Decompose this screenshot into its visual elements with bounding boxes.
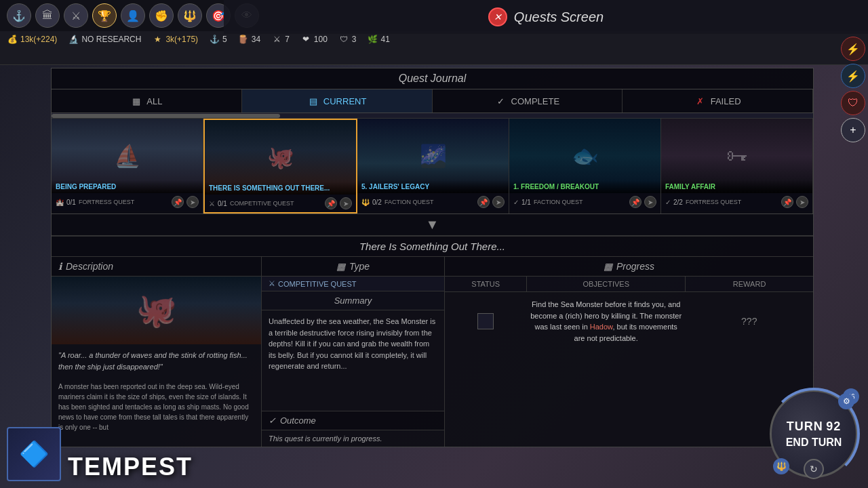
tab-all[interactable]: ▦ ALL <box>52 89 242 113</box>
card3-type-label: FACTION QUEST <box>384 199 434 205</box>
tab-current[interactable]: ▤ CURRENT <box>242 89 433 113</box>
card2-progress: 0/1 <box>218 200 227 207</box>
outcome-label: Outcome <box>280 415 316 426</box>
card1-pin-btn[interactable]: 📌 <box>172 196 184 208</box>
sidebar-btn-1[interactable]: ⚡ <box>841 37 865 61</box>
stars-value: 3k(+175) <box>165 35 198 44</box>
summary-header: Summary <box>262 291 444 310</box>
quest-card-being-prepared[interactable]: ⛵ BEING PREPARED 🏰 0/1 FORTRESS QUEST 📌 … <box>52 119 203 214</box>
wood-icon: 🪵 <box>238 34 249 45</box>
card1-type-label: FORTRESS QUEST <box>79 199 134 205</box>
summary-text: Unaffected by the sea weather, the Sea M… <box>262 310 444 411</box>
icon-sword[interactable]: ⚔ <box>64 3 88 28</box>
sidebar-btn-2[interactable]: ⚡ <box>841 64 865 88</box>
res6-value: 41 <box>381 35 390 44</box>
card2-pin-btn[interactable]: 📌 <box>325 197 337 209</box>
card2-type-icon: ⚔ <box>209 200 215 207</box>
type-col-icon: ▦ <box>336 261 345 272</box>
type-label: COMPETITIVE QUEST <box>278 280 357 288</box>
quest-card-img-1: ⛵ BEING PREPARED <box>52 119 203 193</box>
research-resource: 🔬 NO RESEARCH <box>68 34 141 45</box>
res4: ❤ 100 <box>300 34 328 45</box>
turn-label-text: TURN <box>787 420 823 433</box>
type-header-label: Type <box>349 261 370 272</box>
turn-panel: 26 ⚙ TURN 92 End Turn 🔱 ↻ <box>760 380 868 488</box>
close-button[interactable]: ✕ <box>488 7 507 26</box>
end-turn-button[interactable]: End Turn <box>786 436 842 449</box>
card5-footer: ✓ 2/2 FORTRESS QUEST 📌 ➤ <box>661 193 812 211</box>
turn-label: TURN 92 <box>787 420 842 434</box>
quest-cards-row: ⛵ BEING PREPARED 🏰 0/1 FORTRESS QUEST 📌 … <box>52 119 813 214</box>
description-quote: "A roar... a thunder of waves and the st… <box>52 344 261 378</box>
tab-current-icon: ▤ <box>307 95 319 107</box>
card3-pin-btn[interactable]: 📌 <box>477 196 490 208</box>
scroll-bar[interactable] <box>52 113 813 119</box>
screen-title: Quests Screen <box>514 9 604 25</box>
card4-type-label: FACTION QUEST <box>534 199 583 205</box>
anchor-small-icon: ⚓ <box>209 34 220 45</box>
heart-icon: ❤ <box>300 34 311 45</box>
quest-panel: Quest Journal ▦ ALL ▤ CURRENT ✓ COMPLETE… <box>51 68 814 447</box>
res6: 🌿 41 <box>368 34 390 45</box>
stars-resource: ★ 3k(+175) <box>152 34 198 45</box>
detail-image: 🐙 <box>52 277 261 344</box>
quest-card-img-2: 🐙 THERE IS SOMETHING OUT THERE... <box>205 120 356 195</box>
quest-card-family[interactable]: 🗝 FAMILY AFFAIR ✓ 2/2 FORTRESS QUEST 📌 ➤ <box>661 119 813 214</box>
icon-trident[interactable]: 🔱 <box>178 3 202 28</box>
progress-reward-1: ??? <box>688 316 810 327</box>
card5-nav-btn[interactable]: ➤ <box>796 196 808 208</box>
tab-failed[interactable]: ✗ FAILED <box>623 89 813 113</box>
quest-card-img-3: 🌌 5. JAILERS' LEGACY <box>357 119 509 193</box>
card5-progress: 2/2 <box>673 199 683 206</box>
card1-footer: 🏰 0/1 FORTRESS QUEST 📌 ➤ <box>52 193 203 211</box>
gold-icon: 💰 <box>7 34 18 45</box>
card2-title: THERE IS SOMETHING OUT THERE... <box>205 182 356 195</box>
faction-panel: 🔷 TEMPEST <box>7 427 193 481</box>
card1-nav-btn[interactable]: ➤ <box>186 196 199 208</box>
quest-detail-wrapper: There Is Something Out There... ℹ Descri… <box>52 236 813 447</box>
quest-card-freedom[interactable]: 🐟 1. FREEDOM / BREAKOUT ✓ 1/1 FACTION QU… <box>509 119 661 214</box>
card3-title: 5. JAILERS' LEGACY <box>357 180 509 193</box>
highlight-location: Hadow <box>590 323 613 331</box>
outcome-header: ✓ Outcome <box>262 411 444 430</box>
reward-col-header: REWARD <box>686 277 813 291</box>
tab-complete[interactable]: ✓ COMPLETE <box>433 89 623 113</box>
card2-nav-btn[interactable]: ➤ <box>340 197 352 209</box>
icon-fist[interactable]: ✊ <box>149 3 174 28</box>
icon-anchor[interactable]: ⚓ <box>7 3 31 28</box>
selection-arrow: ▼ <box>52 214 813 236</box>
turn-refresh-button[interactable]: ↻ <box>804 459 824 479</box>
top-bar: ⚓ 🏛 ⚔ 🏆 👤 ✊ 🔱 🎯 👁 ✕ Quests Screen 💰 13k(… <box>0 0 868 65</box>
quest-detail-title: There Is Something Out There... <box>52 237 813 257</box>
top-icons: ⚓ 🏛 ⚔ 🏆 👤 ✊ 🔱 🎯 👁 ✕ Quests Screen <box>0 0 868 31</box>
quest-card-something[interactable]: 🐙 THERE IS SOMETHING OUT THERE... ⚔ 0/1 … <box>203 119 357 214</box>
leaf-icon: 🌿 <box>368 34 378 45</box>
progress-table-header: STATUS OBJECTIVES REWARD <box>445 277 813 292</box>
quest-journal-title: Quest Journal <box>52 68 813 89</box>
card4-pin-btn[interactable]: 📌 <box>629 196 642 208</box>
icon-city[interactable]: 🏛 <box>35 3 60 28</box>
outcome-text: This quest is currently in progress. <box>262 430 444 447</box>
card3-actions: 📌 ➤ <box>477 196 505 208</box>
quest-card-jailers[interactable]: 🌌 5. JAILERS' LEGACY 🔱 0/2 FACTION QUEST… <box>357 119 509 214</box>
card2-type-label: COMPETITIVE QUEST <box>230 200 294 207</box>
detail-type-panel: ▦ Type ⚔ COMPETITIVE QUEST Summary Unaff… <box>262 257 445 447</box>
res2-value: 34 <box>252 35 260 44</box>
res4-value: 100 <box>314 35 328 44</box>
card3-nav-btn[interactable]: ➤ <box>492 196 505 208</box>
quest-detail: ℹ Description 🐙 "A roar... a thunder of … <box>52 257 813 447</box>
tab-all-icon: ▦ <box>130 95 142 107</box>
turn-icon-top: ⚙ <box>838 393 854 409</box>
tab-complete-icon: ✓ <box>495 95 507 107</box>
faction-logo: 🔷 <box>7 427 61 481</box>
card1-type-icon: 🏰 <box>56 199 64 206</box>
shield-small-icon: 🛡 <box>338 34 349 45</box>
faction-logo-icon: 🔷 <box>19 440 50 468</box>
card5-pin-btn[interactable]: 📌 <box>781 196 793 208</box>
card4-nav-btn[interactable]: ➤ <box>644 196 656 208</box>
icon-trophy[interactable]: 🏆 <box>92 3 117 28</box>
icon-person[interactable]: 👤 <box>121 3 145 28</box>
sidebar-btn-3[interactable]: 🛡 <box>841 91 865 115</box>
sidebar-btn-add[interactable]: + <box>841 118 865 142</box>
card1-title: BEING PREPARED <box>52 180 203 193</box>
